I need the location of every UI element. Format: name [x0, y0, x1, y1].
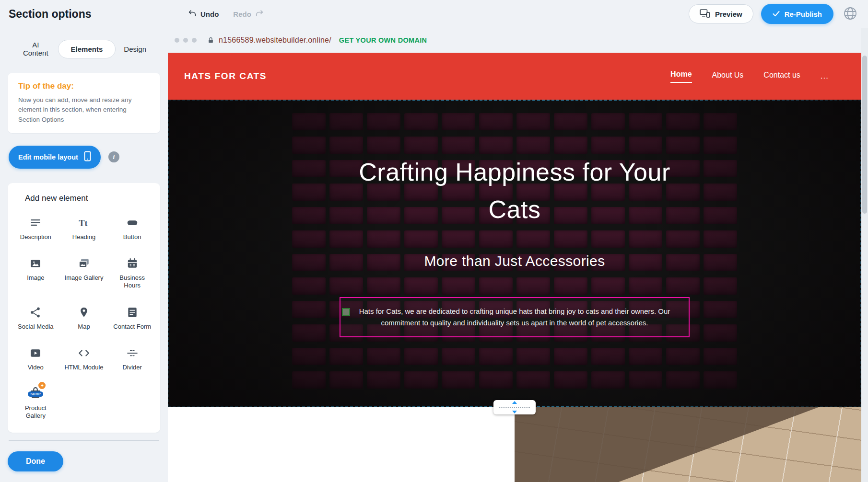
arrow-down-icon — [512, 411, 517, 413]
element-divider[interactable]: Divider — [108, 345, 156, 371]
heading-icon: Tt — [78, 215, 90, 229]
element-heading[interactable]: Tt Heading — [60, 215, 108, 241]
hero-paragraph: Hats for Cats, we are dedicated to craft… — [359, 307, 670, 327]
scrollbar-thumb[interactable] — [862, 56, 867, 214]
tip-title: Tip of the day: — [18, 81, 150, 91]
undo-label: Undo — [200, 10, 219, 18]
lock-icon — [207, 36, 214, 44]
hero-content: Crafting Happiness for Your Cats More th… — [168, 100, 861, 407]
element-business-hours[interactable]: Business Hours — [108, 255, 156, 290]
globe-icon — [843, 6, 858, 23]
republish-label: Re-Publish — [785, 10, 822, 18]
get-your-own-domain-link[interactable]: GET YOUR OWN DOMAIN — [339, 36, 427, 44]
video-icon — [29, 345, 42, 359]
website-builder-app: Section options Undo Redo Preview — [0, 0, 868, 482]
editor-canvas: n1566589.websitebuilder.online/ GET YOUR… — [168, 28, 868, 482]
nav-item-contact-us[interactable]: Contact us — [763, 71, 800, 81]
description-icon — [29, 215, 42, 229]
element-html-module[interactable]: HTML Module — [60, 345, 108, 371]
selected-paragraph-element[interactable]: Hats for Cats, we are dedicated to craft… — [340, 297, 690, 337]
element-product-gallery[interactable]: SHOP + Product Gallery — [12, 386, 60, 420]
phone-icon — [84, 151, 91, 163]
element-image[interactable]: Image — [12, 255, 60, 290]
element-drag-handle[interactable] — [342, 308, 350, 316]
site-header[interactable]: HATS FOR CATS Home About Us Contact us .… — [168, 53, 861, 100]
element-image-gallery[interactable]: Image Gallery — [60, 255, 108, 290]
hero-section-selected[interactable]: Crafting Happiness for Your Cats More th… — [168, 100, 861, 407]
nav-more-button[interactable]: ... — [821, 71, 829, 81]
redo-button[interactable]: Redo — [233, 9, 264, 19]
tab-ai-content[interactable]: AI Content — [13, 35, 58, 62]
browser-chrome-bar: n1566589.websitebuilder.online/ GET YOUR… — [168, 28, 868, 53]
hero-heading[interactable]: Crafting Happiness for Your Cats — [356, 153, 673, 228]
topbar-actions: Preview Re-Publish — [689, 4, 859, 24]
done-button[interactable]: Done — [8, 451, 63, 471]
window-controls — [175, 38, 197, 43]
republish-button[interactable]: Re-Publish — [761, 4, 833, 24]
window-dot — [175, 38, 179, 43]
resize-dotted-line — [499, 407, 530, 408]
site-preview: HATS FOR CATS Home About Us Contact us .… — [168, 53, 861, 482]
upgrade-badge-icon: + — [38, 382, 46, 389]
site-logo[interactable]: HATS FOR CATS — [184, 71, 267, 81]
window-dot — [192, 38, 197, 43]
element-map[interactable]: Map — [60, 304, 108, 331]
check-icon — [773, 10, 780, 18]
sidebar: AI Content Elements Design Tip of the da… — [0, 28, 168, 482]
social-media-icon — [29, 304, 42, 319]
window-dot — [183, 38, 188, 43]
shop-badge: SHOP — [28, 391, 43, 397]
sidebar-tabs: AI Content Elements Design — [8, 35, 160, 62]
preview-button[interactable]: Preview — [689, 4, 753, 23]
html-module-icon — [78, 345, 90, 359]
tip-of-the-day-card: Tip of the day: Now you can add, move an… — [8, 73, 160, 133]
language-globe-button[interactable] — [841, 5, 859, 23]
footer-divider — [9, 440, 159, 441]
divider-icon — [126, 345, 139, 359]
tip-body: Now you can add, move and resize any ele… — [18, 95, 150, 125]
add-new-element-title: Add new element — [25, 194, 156, 203]
edit-mobile-row: Edit mobile layout i — [9, 146, 160, 169]
undo-button[interactable]: Undo — [188, 9, 219, 19]
add-new-element-panel: Add new element Description Tt Heading — [8, 183, 160, 433]
undo-icon — [188, 9, 197, 19]
svg-text:Tt: Tt — [79, 218, 88, 228]
section-resize-handle[interactable] — [493, 400, 536, 414]
element-social-media[interactable]: Social Media — [12, 304, 60, 331]
tab-design[interactable]: Design — [116, 40, 154, 58]
pavement-photo — [515, 407, 861, 482]
devices-icon — [700, 9, 710, 19]
arrow-up-icon — [512, 401, 517, 404]
site-nav: Home About Us Contact us ... — [670, 70, 829, 83]
image-gallery-icon — [78, 255, 90, 270]
image-icon — [29, 255, 42, 270]
map-icon — [78, 304, 90, 319]
hero-subheading[interactable]: More than Just Accessories — [424, 253, 605, 269]
element-grid: Description Tt Heading Button — [12, 215, 156, 420]
element-contact-form[interactable]: Contact Form — [108, 304, 156, 331]
nav-item-about-us[interactable]: About Us — [712, 71, 744, 81]
business-hours-icon — [126, 255, 139, 270]
product-gallery-icon: SHOP + — [28, 386, 43, 400]
tab-elements[interactable]: Elements — [58, 40, 116, 58]
element-button[interactable]: Button — [108, 215, 156, 241]
contact-form-icon — [126, 304, 139, 319]
next-section-white-area — [168, 407, 515, 482]
element-video[interactable]: Video — [12, 345, 60, 371]
site-url: n1566589.websitebuilder.online/ — [219, 36, 331, 45]
redo-label: Redo — [233, 10, 251, 18]
redo-icon — [255, 9, 264, 19]
sidebar-footer: Done — [8, 440, 160, 482]
button-icon — [126, 215, 139, 229]
preview-label: Preview — [715, 10, 742, 18]
next-section-preview — [168, 407, 861, 482]
page-title: Section options — [9, 8, 92, 21]
nav-item-home[interactable]: Home — [670, 70, 692, 83]
edit-mobile-label: Edit mobile layout — [18, 153, 78, 161]
history-controls: Undo Redo — [188, 9, 264, 19]
topbar: Section options Undo Redo Preview — [0, 0, 868, 28]
edit-mobile-layout-button[interactable]: Edit mobile layout — [9, 146, 101, 169]
element-description[interactable]: Description — [12, 215, 60, 241]
canvas-scrollbar — [861, 28, 868, 482]
info-icon[interactable]: i — [108, 151, 119, 162]
